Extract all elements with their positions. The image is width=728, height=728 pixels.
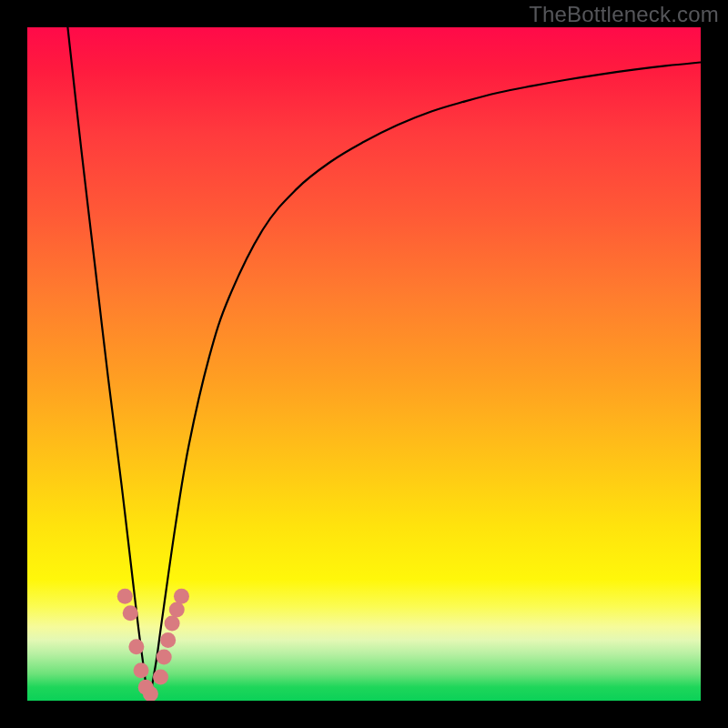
marker-dot (134, 662, 149, 678)
watermark-text: TheBottleneck.com (529, 2, 719, 27)
marker-dot (123, 605, 138, 621)
marker-dot (157, 649, 172, 664)
marker-dot (165, 615, 180, 631)
marker-dot (128, 639, 144, 654)
curve-layer (27, 27, 701, 701)
bottleneck-curve (67, 27, 701, 694)
marker-dot (117, 589, 133, 604)
marker-dot (169, 602, 185, 618)
marker-dot (174, 589, 189, 604)
marker-dot (160, 632, 176, 648)
plot-area (27, 27, 701, 701)
chart-frame: TheBottleneck.com (0, 0, 728, 728)
marker-dot (153, 670, 168, 685)
